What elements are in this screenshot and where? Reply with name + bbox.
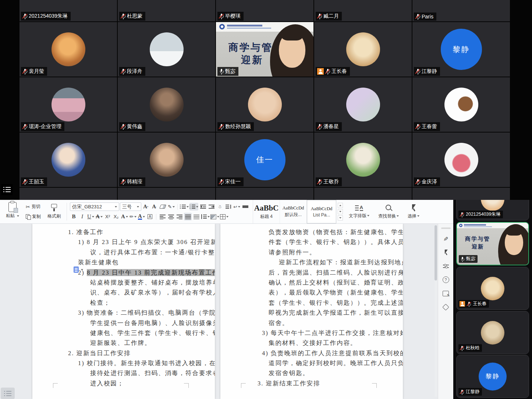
show-marks-button[interactable]: ↩ (233, 203, 241, 211)
sidebar-tile-speaker[interactable]: 商学与管 迎新 甄宓 (456, 222, 529, 265)
scrollbar-thumb[interactable] (435, 225, 437, 280)
document-canvas[interactable]: 1. 准备工作 1) 8 月 23 日上午 9 点东荣大厦 306 召开迎新工作… (0, 224, 438, 399)
line-spacing-button[interactable] (201, 213, 210, 220)
increase-font-button[interactable]: A+ (142, 203, 150, 211)
shading-button[interactable] (210, 213, 219, 220)
participant-tile[interactable]: 黎静 江黎静 (412, 22, 510, 77)
sidebar-tile[interactable]: 黎静 江黎静 (456, 355, 529, 398)
text-effects-button[interactable]: ✎ (167, 203, 175, 211)
participant-tile[interactable]: 王韶玉 (19, 133, 117, 187)
participant-tile[interactable]: 王长春 (314, 22, 412, 77)
participant-tile[interactable]: 数经孙慧颖 (216, 77, 313, 132)
feedback-button[interactable] (442, 290, 450, 297)
sidebar-tile[interactable]: 杜秋晗 (456, 311, 529, 354)
strike-button[interactable]: A (95, 213, 103, 220)
select-cursor-button[interactable] (442, 249, 450, 256)
justify-button[interactable] (184, 213, 192, 220)
italic-button[interactable]: I (78, 213, 86, 220)
sidebar-tile[interactable]: 王长春 (456, 267, 529, 310)
clear-format-button[interactable] (159, 203, 167, 211)
participant-name: 王韶玉 (29, 179, 44, 185)
style-list-paragraph[interactable]: AaBbCcDd List Pa... (307, 200, 336, 223)
participant-tile[interactable]: 裴月莹 (19, 22, 117, 77)
select-button[interactable]: 选择 (403, 200, 424, 223)
bold-button[interactable]: B (70, 213, 78, 220)
participant-tile[interactable]: Paris (412, 0, 510, 21)
cut-button[interactable]: ✂剪切 (24, 203, 42, 211)
style-default-paragraph[interactable]: AaBbCcDd 默认段... (280, 200, 307, 223)
participant-tile[interactable]: 臧二月 (314, 0, 412, 21)
paste-options-margin-button[interactable] (74, 266, 83, 273)
participant-tile-speaker[interactable]: 商学与管 迎新 甄宓 (216, 22, 313, 77)
participant-tile[interactable]: 潘春星 (314, 77, 412, 132)
format-painter-button[interactable]: 格式刷 (44, 200, 64, 223)
highlight-button[interactable]: ✏ (129, 213, 137, 220)
font-size-select[interactable]: 三号 (120, 202, 141, 211)
align-center-button[interactable] (167, 213, 175, 220)
align-right-button[interactable] (175, 213, 183, 220)
participant-tile[interactable]: 杜思蒙 (118, 0, 215, 21)
copy-button[interactable]: 复制 (24, 213, 42, 220)
bottom-list-button[interactable] (1, 388, 15, 399)
char-border-button[interactable]: A (146, 213, 154, 220)
numbered-list-button[interactable] (189, 203, 198, 211)
align-left-button[interactable] (159, 213, 166, 220)
participant-name: 裴月莹 (29, 68, 44, 75)
decrease-indent-button[interactable] (199, 203, 207, 211)
location-button[interactable] (442, 303, 450, 311)
font-name-select[interactable]: 仿宋_GB2312 (70, 202, 119, 211)
text-layout-label: 文字排版 (349, 213, 366, 219)
participant-name: 黄伟鑫 (127, 123, 142, 130)
scroll-down-button[interactable] (338, 209, 343, 214)
paste-button[interactable]: 粘贴 (0, 200, 23, 223)
avatar-initials: 黎静 (453, 44, 470, 54)
brush-icon (50, 204, 58, 212)
copy-label: 复制 (32, 213, 41, 220)
participant-name: 段泽舟 (127, 68, 142, 75)
char-effect-button[interactable]: A (121, 213, 128, 220)
ruler-button[interactable] (241, 203, 249, 211)
scroll-up-button[interactable] (338, 203, 343, 208)
increase-indent-button[interactable] (208, 203, 215, 211)
help-button[interactable]: ? (442, 276, 450, 283)
gallery-expand-button[interactable] (338, 215, 343, 220)
participant-name: 琚涛-企业管理 (29, 123, 61, 130)
sort-button[interactable] (224, 203, 232, 211)
doc-line: 1) 校门接待。新生持录取通知书进入校园，在校门 (32, 358, 215, 368)
bullet-list-button[interactable] (180, 203, 189, 211)
participant-tile[interactable]: 黄伟鑫 (118, 77, 215, 132)
adjust-settings-button[interactable] (442, 262, 450, 270)
list-icon (3, 187, 11, 193)
style-heading4[interactable]: AaBbC 标题 4 (253, 200, 280, 223)
sidebar-tile[interactable]: 2021254039朱琳 (456, 200, 529, 220)
document-page-2[interactable]: 负责发放物资（物资包括：新生健康包、学生三 件套（学生卡、银行卡、钥匙））。具体… (220, 224, 403, 399)
annotate-pen-button[interactable]: ✎ (442, 235, 450, 243)
document-scrollbar[interactable] (435, 225, 437, 397)
decrease-font-button[interactable]: A- (150, 203, 158, 211)
doc-line: 检查； (32, 298, 215, 308)
participant-list-button[interactable] (1, 184, 13, 195)
participant-tile-partial (412, 188, 510, 200)
font-color-button[interactable]: A (138, 213, 145, 220)
distribute-button[interactable] (192, 213, 200, 220)
participant-tile[interactable]: 王敬乔 (314, 133, 412, 187)
underline-button[interactable]: U (87, 213, 95, 220)
video-sidebar: 2021254039朱琳 商学与管 迎新 甄宓 王长春 (453, 200, 532, 399)
participant-tile[interactable]: 毕樱瑛 (216, 0, 313, 21)
superscript-button[interactable]: X² (104, 213, 111, 220)
character-scale-button[interactable]: ☃︎ (216, 203, 224, 211)
participant-tile[interactable]: 琚涛-企业管理 (19, 77, 117, 132)
document-page-1[interactable]: 1. 准备工作 1) 8 月 23 日上午 9 点东荣大厦 306 召开迎新工作… (32, 224, 215, 399)
participant-tile[interactable]: 2021254039朱琳 (19, 0, 117, 21)
participant-tile[interactable]: 段泽舟 (118, 22, 215, 77)
text-layout-button[interactable]: 文字排版 (344, 200, 374, 223)
doc-line: 接待处进行测温、扫码、消毒，符合要求者方能 (32, 368, 215, 378)
participant-tile[interactable]: 韩精滢 (118, 133, 215, 187)
participant-tile[interactable]: 佳一 宋佳一 (216, 133, 313, 187)
borders-button[interactable] (220, 213, 228, 220)
drag-handle[interactable] (441, 227, 451, 229)
participant-tile[interactable]: 金庆泽 (412, 133, 510, 187)
participant-tile[interactable]: 王春蕾 (412, 77, 510, 132)
find-replace-button[interactable]: 查找替换 (374, 200, 403, 223)
subscript-button[interactable]: X₂ (112, 213, 120, 220)
